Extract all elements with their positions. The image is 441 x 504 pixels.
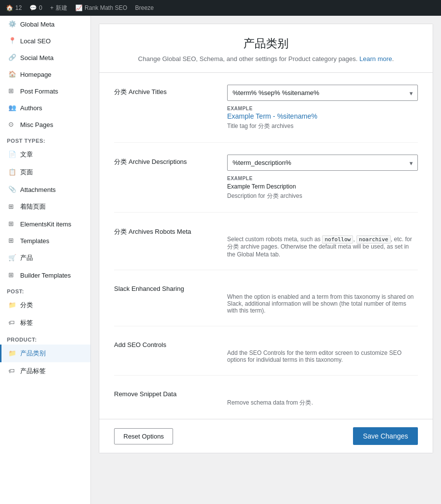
archive-titles-example-value: Example Term - %sitename% xyxy=(227,112,418,120)
section-post-types: Post Types: xyxy=(0,133,90,146)
product-folder-icon: 📁 xyxy=(8,349,16,357)
archive-titles-description: Title tag for 分类 archives xyxy=(227,122,418,130)
seo-controls-label: Add SEO Controls xyxy=(114,338,217,348)
landing-icon: ⊞ xyxy=(8,203,16,211)
seo-controls-description: Add the SEO Controls for the term editor… xyxy=(227,349,418,363)
archive-descriptions-control: %term_description% ▾ EXAMPLE Example Ter… xyxy=(227,155,418,200)
cart-icon: 🛒 xyxy=(8,254,16,262)
settings-row-slack: Slack Enhanced Sharing When the option i… xyxy=(114,270,418,326)
sidebar-item-misc-pages[interactable]: ⊙ Misc Pages xyxy=(0,116,90,133)
tag-icon: 🏷 xyxy=(8,319,16,327)
slack-description: When the option is enabled and a term fr… xyxy=(227,293,418,314)
footer-bar: Reset Options Save Changes xyxy=(99,419,433,453)
admin-bar-logo[interactable]: 🏠 12 xyxy=(6,4,22,11)
templates-icon: ⊞ xyxy=(8,237,16,245)
admin-bar-rankmath[interactable]: 📈 Rank Math SEO xyxy=(75,4,127,11)
sidebar-item-social-meta[interactable]: 🔗 Social Meta xyxy=(0,49,90,66)
sidebar-item-elementskit[interactable]: ⊞ ElementsKit items xyxy=(0,216,90,232)
main-content: 产品类别 Change Global SEO, Schema, and othe… xyxy=(91,16,441,504)
sidebar-item-landing[interactable]: ⊞ 着陆页面 xyxy=(0,198,90,216)
app-layout: ⚙️ Global Meta 📍 Local SEO 🔗 Social Meta… xyxy=(0,16,441,504)
pin-icon: 📍 xyxy=(8,37,16,45)
sidebar-item-local-seo[interactable]: 📍 Local SEO xyxy=(0,32,90,49)
sidebar-item-templates[interactable]: ⊞ Templates xyxy=(0,232,90,249)
archive-descriptions-select-wrapper: %term_description% ▾ xyxy=(227,155,418,171)
sidebar-item-product-category[interactable]: 📁 产品类别 xyxy=(0,345,90,362)
folder-icon: 📁 xyxy=(8,301,16,309)
sidebar-item-page[interactable]: 📋 页面 xyxy=(0,163,90,181)
archive-titles-example-label: EXAMPLE xyxy=(227,106,418,111)
admin-bar: 🏠 12 💬 0 + 新建 📈 Rank Math SEO Breeze xyxy=(0,0,441,16)
sidebar-item-global-meta[interactable]: ⚙️ Global Meta xyxy=(0,16,90,32)
page-subtitle: Change Global SEO, Schema, and other set… xyxy=(109,55,423,63)
admin-bar-comments[interactable]: 💬 0 xyxy=(29,4,42,11)
section-post: Post: xyxy=(0,284,90,296)
archive-descriptions-select[interactable]: %term_description% xyxy=(227,155,418,171)
sidebar-item-product-tag[interactable]: 🏷 产品标签 xyxy=(0,362,90,380)
sidebar-item-homepage[interactable]: 🏠 Homepage xyxy=(0,66,90,83)
sidebar-item-category[interactable]: 📁 分类 xyxy=(0,296,90,314)
robots-meta-description: Select custom robots meta, such as nofol… xyxy=(227,236,418,258)
page-icon: 📋 xyxy=(8,168,16,176)
product-tag-icon: 🏷 xyxy=(8,367,16,375)
settings-row-snippet-data: Remove Snippet Data Remove schema data f… xyxy=(114,376,418,419)
gear-icon: ⚙️ xyxy=(8,20,16,28)
sidebar-item-article[interactable]: 📄 文章 xyxy=(0,146,90,163)
snippet-data-description: Remove schema data from 分类. xyxy=(227,399,418,407)
admin-bar-breeze[interactable]: Breeze xyxy=(135,4,154,11)
builder-icon: ⊞ xyxy=(8,271,16,279)
save-changes-button[interactable]: Save Changes xyxy=(353,427,418,445)
admin-bar-new[interactable]: + 新建 xyxy=(50,4,67,12)
slack-knob xyxy=(239,284,248,292)
settings-container: 分类 Archive Titles %term% %sep% %sitename… xyxy=(99,73,433,419)
sidebar-item-product[interactable]: 🛒 产品 xyxy=(0,249,90,267)
settings-row-archive-descriptions: 分类 Archive Descriptions %term_descriptio… xyxy=(114,143,418,213)
archive-descriptions-label: 分类 Archive Descriptions xyxy=(114,155,217,166)
page-title: 产品类别 xyxy=(109,36,423,51)
robots-meta-control: Select custom robots meta, such as nofol… xyxy=(227,224,418,258)
seo-controls-knob xyxy=(239,340,248,348)
archive-descriptions-example-value: Example Term Description xyxy=(227,183,418,190)
doc-icon: 📄 xyxy=(8,151,16,158)
robots-meta-label: 分类 Archives Robots Meta xyxy=(114,224,217,236)
snippet-data-control: Remove schema data from 分类. xyxy=(227,387,418,407)
archive-titles-select[interactable]: %term% %sep% %sitename% xyxy=(227,85,418,101)
sidebar: ⚙️ Global Meta 📍 Local SEO 🔗 Social Meta… xyxy=(0,16,91,504)
robots-meta-knob xyxy=(229,226,237,235)
settings-row-seo-controls: Add SEO Controls Add the SEO Controls fo… xyxy=(114,326,418,376)
snippet-data-knob xyxy=(239,389,248,398)
sidebar-item-builder-templates[interactable]: ⊞ Builder Templates xyxy=(0,267,90,284)
sidebar-item-tag[interactable]: 🏷 标签 xyxy=(0,314,90,332)
reset-options-button[interactable]: Reset Options xyxy=(114,428,173,444)
sidebar-item-post-formats[interactable]: ⊞ Post Formats xyxy=(0,83,90,99)
section-product: Product: xyxy=(0,332,90,345)
attachment-icon: 📎 xyxy=(8,186,16,193)
archive-descriptions-description: Description for 分类 archives xyxy=(227,192,418,200)
archive-titles-select-wrapper: %term% %sep% %sitename% ▾ xyxy=(227,85,418,101)
grid-icon: ⊞ xyxy=(8,87,16,95)
learn-more-link[interactable]: Learn more xyxy=(359,55,392,63)
nofollow-tag: nofollow xyxy=(322,235,353,244)
page-header: 产品类别 Change Global SEO, Schema, and othe… xyxy=(99,24,433,73)
settings-row-robots-meta: 分类 Archives Robots Meta Select custom ro… xyxy=(114,213,418,270)
noarchive-tag: noarchive xyxy=(356,235,391,244)
settings-row-archive-titles: 分类 Archive Titles %term% %sep% %sitename… xyxy=(114,73,418,143)
snippet-data-label: Remove Snippet Data xyxy=(114,387,217,398)
elementskit-icon: ⊞ xyxy=(8,220,16,228)
circle-icon: ⊙ xyxy=(8,121,16,128)
archive-descriptions-example-label: EXAMPLE xyxy=(227,176,418,181)
settings-card: 产品类别 Change Global SEO, Schema, and othe… xyxy=(99,24,433,453)
slack-control: When the option is enabled and a term fr… xyxy=(227,282,418,314)
sidebar-item-authors[interactable]: 👥 Authors xyxy=(0,99,90,116)
seo-controls-control: Add the SEO Controls for the term editor… xyxy=(227,338,418,363)
home-icon: 🏠 xyxy=(8,70,16,78)
archive-titles-label: 分类 Archive Titles xyxy=(114,85,217,96)
sidebar-item-attachments[interactable]: 📎 Attachments xyxy=(0,181,90,198)
archive-titles-control: %term% %sep% %sitename% ▾ EXAMPLE Exampl… xyxy=(227,85,418,130)
people-icon: 👥 xyxy=(8,104,16,112)
slack-label: Slack Enhanced Sharing xyxy=(114,282,217,292)
share-icon: 🔗 xyxy=(8,54,16,62)
